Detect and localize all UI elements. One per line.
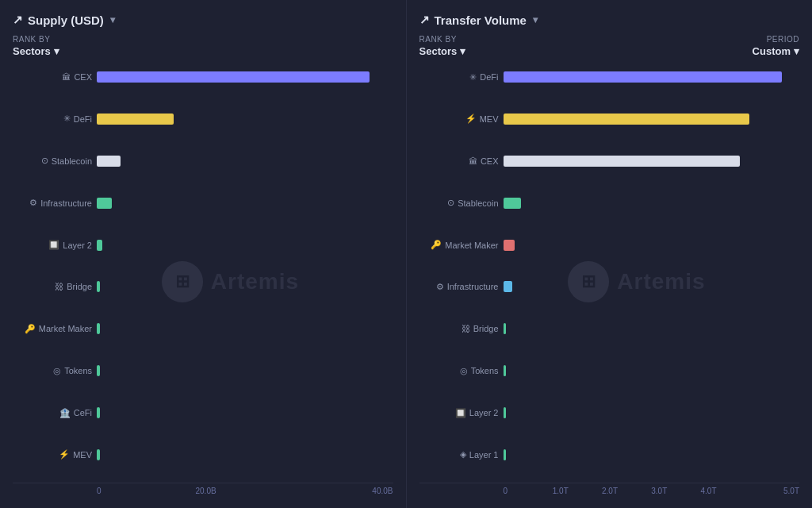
- bar-row: ⚙ Infrastructure: [13, 194, 393, 212]
- bar-track: [504, 365, 800, 376]
- bar-track: [504, 407, 800, 418]
- x-tick: 20.0B: [196, 487, 295, 495]
- bar-icon: ✳: [469, 72, 477, 83]
- bar-label-text: CEX: [74, 72, 92, 82]
- bar-label: 🔲 Layer 2: [419, 408, 499, 418]
- bar-track: [504, 198, 800, 209]
- bar-row: ◎ Tokens: [419, 362, 800, 379]
- bar-row: ⚙ Infrastructure: [419, 278, 800, 295]
- bar-row: ◈ Layer 1: [419, 446, 800, 464]
- bar-label: 🔑 Market Maker: [419, 240, 499, 250]
- bar-track: [504, 449, 800, 460]
- panel2-rank-by-label: RANK BY: [419, 35, 466, 44]
- bar-row: 🔑 Market Maker: [419, 237, 800, 254]
- bar-label-text: Bridge: [473, 324, 499, 333]
- bar-icon: 🔲: [455, 408, 466, 418]
- bar-label-text: Stablecoin: [458, 198, 498, 208]
- panel2-period-value[interactable]: Custom ▾: [753, 45, 799, 57]
- bar-fill: [97, 449, 100, 460]
- bar-label: 🔲 Layer 2: [13, 240, 92, 250]
- bar-label-text: Market Maker: [445, 241, 498, 250]
- bar-track: [504, 323, 800, 334]
- bar-row: ⛓ Bridge: [419, 320, 800, 337]
- bar-icon: 🏛: [62, 72, 71, 82]
- bar-track: [97, 449, 393, 460]
- panel1-header: ↗ Supply (USD) ▾: [13, 13, 393, 27]
- bar-label-text: CeFi: [74, 408, 92, 418]
- bar-icon: ◎: [53, 366, 61, 376]
- bar-row: ⚡ MEV: [13, 446, 393, 464]
- bar-label-text: Infrastructure: [447, 282, 499, 291]
- bar-label: ✳ DeFi: [13, 114, 92, 124]
- bar-track: [97, 281, 393, 292]
- bar-icon: ⚙: [436, 282, 444, 292]
- bar-track: [97, 71, 393, 83]
- bar-icon: ◈: [460, 449, 466, 460]
- bar-icon: ⛓: [55, 282, 63, 291]
- bar-label-text: Tokens: [471, 366, 499, 375]
- panel1-chart: ⊞ Artemis 🏛 CEX✳ DeFi⊙ Stablecoin⚙ Infra…: [13, 68, 393, 495]
- bar-fill: [504, 240, 515, 251]
- panel2-title[interactable]: ↗ Transfer Volume ▾: [419, 13, 538, 27]
- bar-row: ⛓ Bridge: [13, 278, 393, 295]
- bar-row: 🔲 Layer 2: [419, 404, 800, 421]
- bar-label-text: DeFi: [74, 114, 92, 124]
- bar-fill: [504, 198, 521, 209]
- bar-track: [97, 407, 393, 418]
- bar-label: ◈ Layer 1: [419, 449, 499, 460]
- bar-track: [97, 323, 393, 334]
- bar-row: ⚡ MEV: [419, 110, 800, 128]
- bar-label: ⚙ Infrastructure: [419, 282, 499, 292]
- bar-label: ⚡ MEV: [419, 114, 499, 124]
- x-tick: 3.0T: [651, 487, 700, 495]
- bar-row: 🏛 CEX: [13, 68, 393, 86]
- bar-label-text: CEX: [481, 156, 499, 166]
- panel1-title[interactable]: ↗ Supply (USD) ▾: [13, 13, 115, 27]
- panel1-rank-by-value[interactable]: Sectors ▾: [13, 45, 59, 57]
- bar-fill: [504, 71, 782, 83]
- bar-label: ⊙ Stablecoin: [13, 156, 92, 166]
- bar-label-text: Layer 1: [469, 450, 499, 460]
- bar-label: 🏛 CEX: [13, 72, 92, 82]
- bar-label: 🔑 Market Maker: [13, 324, 92, 334]
- panel1-bars: 🏛 CEX✳ DeFi⊙ Stablecoin⚙ Infrastructure🔲…: [13, 68, 393, 483]
- bar-track: [97, 156, 393, 167]
- x-tick: 0: [504, 487, 553, 495]
- bar-icon: 🏛: [469, 156, 477, 166]
- bar-label-text: Bridge: [67, 282, 92, 291]
- bar-row: ✳ DeFi: [419, 68, 800, 86]
- bar-label: ⊙ Stablecoin: [419, 198, 499, 208]
- panel2-bars: ✳ DeFi⚡ MEV🏛 CEX⊙ Stablecoin🔑 Market Mak…: [419, 68, 800, 483]
- bar-track: [97, 365, 393, 376]
- bar-icon: ⚡: [465, 114, 477, 124]
- panel2-title-text: Transfer Volume: [435, 13, 527, 27]
- panel1-rank-by-arrow: ▾: [54, 45, 59, 57]
- bar-track: [504, 114, 800, 125]
- panel2-controls: RANK BY Sectors ▾ PERIOD Custom ▾: [419, 35, 800, 57]
- bar-row: ✳ DeFi: [13, 110, 393, 128]
- panel1-title-icon: ↗: [13, 13, 23, 27]
- bar-icon: 🏦: [59, 408, 71, 418]
- bar-label: ⚡ MEV: [13, 449, 92, 460]
- bar-fill: [97, 198, 112, 209]
- bar-label: ◎ Tokens: [13, 366, 92, 376]
- bar-fill: [97, 365, 100, 376]
- bar-label-text: MEV: [73, 450, 92, 460]
- bar-label: ⛓ Bridge: [13, 282, 92, 291]
- panel2-period-label: PERIOD: [767, 35, 799, 44]
- panel2-rank-by-value[interactable]: Sectors ▾: [419, 45, 466, 57]
- x-tick: 4.0T: [701, 487, 750, 495]
- bar-icon: ⚡: [59, 449, 70, 460]
- bar-label: ⚙ Infrastructure: [13, 198, 92, 208]
- bar-track: [97, 198, 393, 209]
- bar-label-text: Tokens: [64, 366, 92, 375]
- bar-fill: [97, 114, 174, 125]
- bar-fill: [504, 449, 507, 460]
- bar-icon: ⊙: [41, 156, 48, 166]
- bar-fill: [97, 156, 121, 167]
- supply-panel: ↗ Supply (USD) ▾ RANK BY Sectors ▾ ⊞ Art…: [0, 0, 407, 508]
- bar-fill: [97, 323, 100, 334]
- bar-label-text: MEV: [480, 114, 499, 124]
- x-tick: 2.0T: [602, 487, 651, 495]
- bar-fill: [97, 240, 102, 251]
